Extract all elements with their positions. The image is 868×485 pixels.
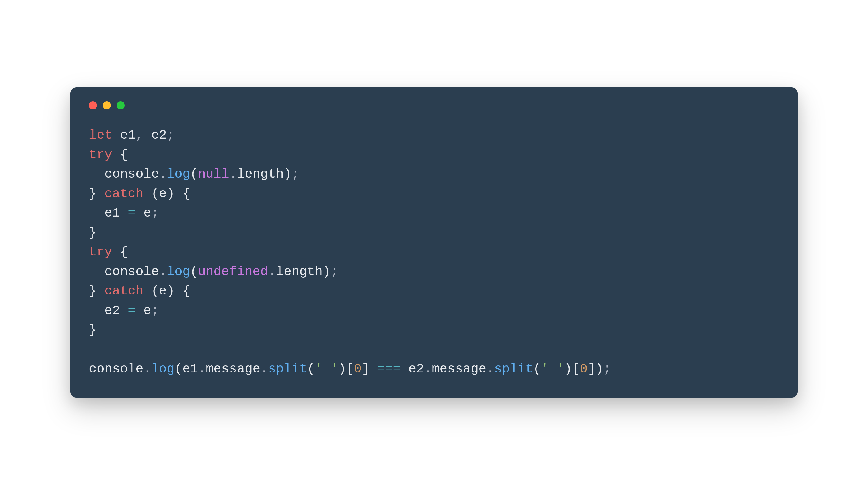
code-line: try { <box>89 148 128 162</box>
code-token: e <box>135 206 151 220</box>
code-token: log <box>167 167 190 182</box>
traffic-light-close-icon[interactable] <box>89 101 97 110</box>
code-block: let e1, e2; try { console.log(null.lengt… <box>89 126 779 379</box>
code-token: , <box>135 128 144 143</box>
code-token: { <box>120 148 128 162</box>
code-token: ; <box>151 206 159 220</box>
code-token <box>112 148 120 162</box>
code-token: } <box>89 186 97 201</box>
code-token: catch <box>104 186 144 201</box>
code-line: e1 = e; <box>89 206 159 220</box>
code-line: } catch (e) { <box>89 284 190 299</box>
code-token: === <box>377 362 401 376</box>
code-token: e2 <box>144 128 167 143</box>
code-token: ( <box>190 167 198 182</box>
code-token: undefined <box>198 265 268 279</box>
code-token: message <box>206 362 260 376</box>
code-token: ; <box>167 128 175 143</box>
code-token: [ <box>346 362 354 376</box>
code-token: ' ' <box>541 362 564 376</box>
code-token: ] <box>588 362 596 376</box>
code-token: . <box>229 167 237 182</box>
code-token <box>144 284 151 299</box>
code-token: ( <box>533 362 541 376</box>
code-token: = <box>128 206 135 220</box>
code-token: ; <box>291 167 299 182</box>
code-token: split <box>494 362 533 376</box>
code-token: console <box>89 265 159 279</box>
code-token: console <box>89 167 159 182</box>
code-line: try { <box>89 245 128 260</box>
code-token <box>175 186 182 201</box>
code-token: let <box>89 128 112 143</box>
code-token: ( <box>190 265 198 279</box>
code-token: . <box>260 362 268 376</box>
code-token <box>144 186 151 201</box>
code-token: } <box>89 284 97 299</box>
code-token: ) <box>284 167 291 182</box>
traffic-light-zoom-icon[interactable] <box>117 101 125 110</box>
code-token: ; <box>603 362 611 376</box>
code-token: split <box>268 362 307 376</box>
code-line: console.log(e1.message.split(' ')[0] ===… <box>89 362 611 376</box>
code-line: console.log(undefined.length); <box>89 265 338 279</box>
code-token: ) <box>322 265 331 279</box>
code-token: 0 <box>354 362 362 376</box>
code-line: e2 = e; <box>89 303 159 318</box>
code-token: ' ' <box>315 362 338 376</box>
code-token: try <box>89 245 112 260</box>
code-token: { <box>182 284 190 299</box>
code-token: . <box>159 167 167 182</box>
code-line: } <box>89 323 97 337</box>
code-token <box>175 284 182 299</box>
stage: let e1, e2; try { console.log(null.lengt… <box>70 88 798 397</box>
code-window: let e1, e2; try { console.log(null.lengt… <box>70 88 798 397</box>
code-token: ( <box>151 284 159 299</box>
code-token: . <box>159 265 167 279</box>
code-token: ( <box>151 186 159 201</box>
code-token: ] <box>362 362 369 376</box>
code-token: e2 <box>401 362 424 376</box>
code-token: log <box>151 362 175 376</box>
code-token: = <box>128 303 135 318</box>
code-token: null <box>198 167 229 182</box>
code-token <box>97 186 104 201</box>
code-token: ) <box>167 186 175 201</box>
code-token: ; <box>331 265 338 279</box>
code-line: console.log(null.length); <box>89 167 299 182</box>
code-token <box>369 362 377 376</box>
code-token: message <box>432 362 486 376</box>
code-token: e2 <box>89 303 128 318</box>
code-token: e <box>159 186 167 201</box>
code-token <box>97 284 104 299</box>
code-token: 0 <box>580 362 588 376</box>
code-token: e <box>159 284 167 299</box>
code-token: ) <box>338 362 346 376</box>
code-token: length <box>237 167 284 182</box>
code-line: } <box>89 225 97 240</box>
code-line: let e1, e2; <box>89 128 175 143</box>
code-token: length <box>276 265 322 279</box>
code-token: . <box>198 362 206 376</box>
code-token: e <box>135 303 151 318</box>
code-token: log <box>167 265 190 279</box>
code-token: [ <box>572 362 580 376</box>
code-token <box>112 245 120 260</box>
code-token: . <box>144 362 151 376</box>
code-token: e1 <box>89 206 128 220</box>
code-token: } <box>89 225 97 240</box>
code-token: console <box>89 362 144 376</box>
code-token: { <box>182 186 190 201</box>
window-titlebar <box>89 101 779 110</box>
code-token: ( <box>175 362 182 376</box>
code-token: { <box>120 245 128 260</box>
code-token: e1 <box>112 128 135 143</box>
code-token: e1 <box>182 362 198 376</box>
code-token: ) <box>167 284 175 299</box>
traffic-light-minimize-icon[interactable] <box>103 101 111 110</box>
code-token: ( <box>307 362 315 376</box>
code-token: ) <box>596 362 603 376</box>
code-token: } <box>89 323 97 337</box>
code-line: } catch (e) { <box>89 186 190 201</box>
code-token: ) <box>564 362 572 376</box>
